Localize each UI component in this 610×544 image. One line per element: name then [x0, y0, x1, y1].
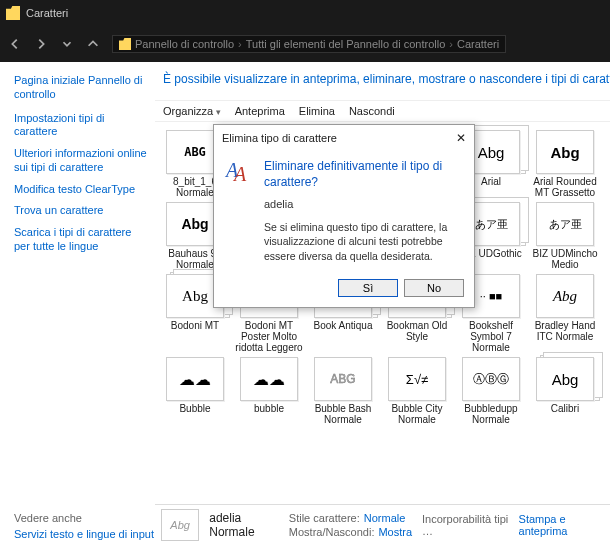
details-font-name: adelia Normale: [209, 511, 279, 539]
font-caption: Bubble: [179, 403, 210, 414]
font-caption: BIZ UDMincho Medio: [529, 248, 601, 270]
hide-button[interactable]: Nascondi: [349, 105, 395, 117]
folder-icon: [119, 38, 131, 50]
sidebar-home-link[interactable]: Pagina iniziale Pannello di controllo: [14, 74, 147, 102]
details-embed-label: Incorporabilità tipi …: [422, 513, 508, 537]
dialog-question: Eliminare definitivamente il tipo di car…: [264, 159, 462, 190]
font-tile[interactable]: AbgArial Rounded MT Grassetto: [529, 130, 601, 198]
sidebar-link[interactable]: Trova un carattere: [14, 204, 147, 218]
chevron-right-icon: ›: [449, 38, 453, 50]
font-caption: Arial Rounded MT Grassetto: [529, 176, 601, 198]
up-button[interactable]: [86, 37, 100, 51]
preview-button[interactable]: Anteprima: [235, 105, 285, 117]
address-bar[interactable]: Pannello di controllo › Tutti gli elemen…: [112, 35, 506, 53]
chevron-right-icon: ›: [238, 38, 242, 50]
font-caption: Arial: [481, 176, 501, 187]
font-icon: AA: [226, 159, 254, 187]
details-show-label: Mostra/Nascondi:: [289, 526, 375, 538]
see-also-link[interactable]: Servizi testo e lingue di input: [14, 528, 154, 540]
font-caption: Bookman Old Style: [381, 320, 453, 342]
no-button[interactable]: No: [404, 279, 464, 297]
font-thumb: ⒶⒷⒼ: [462, 357, 520, 401]
font-thumb: Abg: [536, 357, 594, 401]
font-thumb: ABG: [314, 357, 372, 401]
details-thumb: Abg: [161, 509, 199, 541]
font-caption: Bubble City Normale: [381, 403, 453, 425]
font-caption: Calibri: [551, 403, 579, 414]
font-thumb: あア亜: [536, 202, 594, 246]
font-caption: bubble: [254, 403, 284, 414]
dialog-font-name: adelia: [264, 198, 462, 210]
sidebar: Pagina iniziale Pannello di controllo Im…: [0, 62, 155, 504]
font-caption: Bodoni MT: [171, 320, 219, 331]
details-style-label: Stile carattere:: [289, 512, 360, 524]
font-tile[interactable]: ⒶⒷⒼBubbledupp Normale: [455, 357, 527, 425]
breadcrumb-segment[interactable]: Tutti gli elementi del Pannello di contr…: [246, 38, 446, 50]
details-pane: Abg adelia Normale Stile carattere:Norma…: [155, 504, 610, 544]
font-caption: Bradley Hand ITC Normale: [529, 320, 601, 342]
back-button[interactable]: [8, 37, 22, 51]
font-caption: Bodoni MT Poster Molto ridotta Leggero: [233, 320, 305, 353]
font-caption: Bubble Bash Normale: [307, 403, 379, 425]
window-titlebar: Caratteri: [0, 0, 610, 26]
font-thumb: Abg: [536, 274, 594, 318]
font-caption: Bookshelf Symbol 7 Normale: [455, 320, 527, 353]
font-thumb: ☁☁: [166, 357, 224, 401]
close-icon[interactable]: ✕: [456, 131, 466, 145]
delete-button[interactable]: Elimina: [299, 105, 335, 117]
font-tile[interactable]: AbgBradley Hand ITC Normale: [529, 274, 601, 353]
font-tile[interactable]: Σ√≠Bubble City Normale: [381, 357, 453, 425]
dialog-title: Elimina tipo di carattere: [222, 132, 337, 144]
font-tile[interactable]: AbgCalibri: [529, 357, 601, 425]
sidebar-link[interactable]: Ulteriori informazioni online sui tipi d…: [14, 147, 147, 175]
page-headline: È possibile visualizzare in anteprima, e…: [163, 72, 610, 86]
sidebar-link[interactable]: Scarica i tipi di carattere per tutte le…: [14, 226, 147, 254]
details-show-value: Mostra: [378, 526, 412, 538]
details-style-value: Normale: [364, 512, 406, 524]
font-caption: Bubbledupp Normale: [455, 403, 527, 425]
see-also: Vedere anche Servizi testo e lingue di i…: [14, 512, 154, 540]
font-tile[interactable]: ☁☁bubble: [233, 357, 305, 425]
font-tile[interactable]: ☁☁Bubble: [159, 357, 231, 425]
forward-button[interactable]: [34, 37, 48, 51]
sidebar-link[interactable]: Modifica testo ClearType: [14, 183, 147, 197]
font-tile[interactable]: ABGBubble Bash Normale: [307, 357, 379, 425]
details-print-label[interactable]: Stampa e anteprima: [519, 513, 568, 537]
see-also-title: Vedere anche: [14, 512, 154, 524]
dialog-warning: Se si elimina questo tipo di carattere, …: [264, 220, 462, 263]
font-thumb: Σ√≠: [388, 357, 446, 401]
main-panel: È possibile visualizzare in anteprima, e…: [155, 62, 610, 504]
font-tile[interactable]: あア亜BIZ UDMincho Medio: [529, 202, 601, 270]
window-title: Caratteri: [26, 7, 68, 19]
breadcrumb-segment[interactable]: Pannello di controllo: [135, 38, 234, 50]
nav-toolbar: Pannello di controllo › Tutti gli elemen…: [0, 26, 610, 62]
history-dropdown-icon[interactable]: [60, 37, 74, 51]
font-thumb: Abg: [536, 130, 594, 174]
font-thumb: ☁☁: [240, 357, 298, 401]
sidebar-link[interactable]: Impostazioni tipi di carattere: [14, 112, 147, 140]
font-caption: Book Antiqua: [314, 320, 373, 331]
yes-button[interactable]: Sì: [338, 279, 398, 297]
breadcrumb-segment[interactable]: Caratteri: [457, 38, 499, 50]
organize-menu[interactable]: Organizza: [163, 105, 221, 117]
delete-font-dialog: Elimina tipo di carattere ✕ AA Eliminare…: [213, 124, 475, 308]
command-bar: Organizza Anteprima Elimina Nascondi: [155, 100, 610, 122]
folder-icon: [6, 6, 20, 20]
